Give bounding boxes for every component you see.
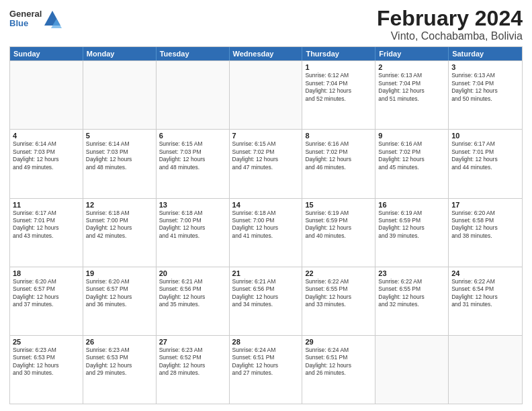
day-info: Sunrise: 6:19 AM Sunset: 6:59 PM Dayligh… bbox=[378, 210, 445, 240]
day-info: Sunrise: 6:22 AM Sunset: 6:55 PM Dayligh… bbox=[305, 278, 372, 309]
day-number: 14 bbox=[232, 201, 300, 209]
day-number: 9 bbox=[378, 132, 445, 140]
day-info: Sunrise: 6:17 AM Sunset: 7:01 PM Dayligh… bbox=[451, 140, 519, 171]
calendar-row-3: 11Sunrise: 6:17 AM Sunset: 7:01 PM Dayli… bbox=[10, 198, 522, 267]
calendar: SundayMondayTuesdayWednesdayThursdayFrid… bbox=[9, 46, 523, 404]
calendar-cell-5: 5Sunrise: 6:14 AM Sunset: 7:03 PM Daylig… bbox=[83, 130, 157, 197]
day-info: Sunrise: 6:22 AM Sunset: 6:55 PM Dayligh… bbox=[378, 278, 445, 309]
day-info: Sunrise: 6:14 AM Sunset: 7:03 PM Dayligh… bbox=[13, 140, 80, 171]
day-info: Sunrise: 6:15 AM Sunset: 7:03 PM Dayligh… bbox=[159, 140, 226, 171]
calendar-cell-15: 15Sunrise: 6:19 AM Sunset: 6:59 PM Dayli… bbox=[302, 199, 375, 267]
calendar-cell-10: 10Sunrise: 6:17 AM Sunset: 7:01 PM Dayli… bbox=[449, 130, 522, 197]
calendar-cell-28: 28Sunrise: 6:24 AM Sunset: 6:51 PM Dayli… bbox=[230, 336, 303, 404]
logo-text: General Blue bbox=[9, 9, 42, 29]
day-number: 19 bbox=[86, 269, 153, 277]
logo-blue: Blue bbox=[9, 19, 42, 28]
day-number: 8 bbox=[305, 132, 372, 140]
calendar-cell-3: 3Sunrise: 6:13 AM Sunset: 7:04 PM Daylig… bbox=[449, 61, 522, 129]
calendar-cell-18: 18Sunrise: 6:20 AM Sunset: 6:57 PM Dayli… bbox=[10, 267, 83, 335]
day-number: 23 bbox=[378, 269, 445, 277]
day-info: Sunrise: 6:18 AM Sunset: 7:00 PM Dayligh… bbox=[159, 210, 226, 240]
day-number: 15 bbox=[305, 201, 372, 209]
calendar-cell-2: 2Sunrise: 6:13 AM Sunset: 7:04 PM Daylig… bbox=[375, 61, 449, 129]
day-info: Sunrise: 6:12 AM Sunset: 7:04 PM Dayligh… bbox=[305, 72, 372, 103]
calendar-cell-29: 29Sunrise: 6:24 AM Sunset: 6:51 PM Dayli… bbox=[302, 336, 375, 404]
day-info: Sunrise: 6:19 AM Sunset: 6:59 PM Dayligh… bbox=[305, 210, 372, 240]
day-info: Sunrise: 6:16 AM Sunset: 7:02 PM Dayligh… bbox=[378, 140, 445, 171]
day-info: Sunrise: 6:20 AM Sunset: 6:57 PM Dayligh… bbox=[86, 278, 153, 309]
calendar-cell-12: 12Sunrise: 6:18 AM Sunset: 7:00 PM Dayli… bbox=[83, 199, 157, 267]
calendar-cell-17: 17Sunrise: 6:20 AM Sunset: 6:58 PM Dayli… bbox=[449, 199, 522, 267]
day-number: 17 bbox=[451, 201, 519, 209]
day-number: 22 bbox=[305, 269, 372, 277]
day-info: Sunrise: 6:14 AM Sunset: 7:03 PM Dayligh… bbox=[86, 140, 153, 171]
day-info: Sunrise: 6:17 AM Sunset: 7:01 PM Dayligh… bbox=[13, 210, 80, 240]
day-number: 12 bbox=[86, 201, 153, 209]
day-info: Sunrise: 6:22 AM Sunset: 6:54 PM Dayligh… bbox=[451, 278, 519, 309]
header-day-thursday: Thursday bbox=[302, 47, 375, 60]
logo: General Blue bbox=[9, 9, 62, 29]
logo-general: General bbox=[9, 9, 42, 19]
day-number: 10 bbox=[451, 132, 519, 140]
day-info: Sunrise: 6:24 AM Sunset: 6:51 PM Dayligh… bbox=[305, 347, 372, 377]
header-day-wednesday: Wednesday bbox=[230, 47, 303, 60]
calendar-row-5: 25Sunrise: 6:23 AM Sunset: 6:53 PM Dayli… bbox=[10, 335, 522, 404]
calendar-cell-1: 1Sunrise: 6:12 AM Sunset: 7:04 PM Daylig… bbox=[302, 61, 375, 129]
calendar-cell-empty bbox=[10, 61, 83, 129]
day-info: Sunrise: 6:21 AM Sunset: 6:56 PM Dayligh… bbox=[159, 278, 226, 309]
day-number: 5 bbox=[86, 132, 153, 140]
day-number: 3 bbox=[451, 63, 519, 71]
calendar-cell-26: 26Sunrise: 6:23 AM Sunset: 6:53 PM Dayli… bbox=[83, 336, 157, 404]
logo-icon bbox=[43, 9, 62, 28]
day-number: 18 bbox=[13, 269, 80, 277]
calendar-cell-11: 11Sunrise: 6:17 AM Sunset: 7:01 PM Dayli… bbox=[10, 199, 83, 267]
calendar-cell-13: 13Sunrise: 6:18 AM Sunset: 7:00 PM Dayli… bbox=[157, 199, 230, 267]
day-info: Sunrise: 6:24 AM Sunset: 6:51 PM Dayligh… bbox=[232, 347, 300, 377]
header-day-saturday: Saturday bbox=[449, 47, 522, 60]
day-number: 27 bbox=[159, 338, 226, 346]
day-info: Sunrise: 6:23 AM Sunset: 6:53 PM Dayligh… bbox=[86, 347, 153, 377]
calendar-cell-16: 16Sunrise: 6:19 AM Sunset: 6:59 PM Dayli… bbox=[375, 199, 449, 267]
day-number: 13 bbox=[159, 201, 226, 209]
calendar-cell-empty bbox=[230, 61, 303, 129]
calendar-cell-23: 23Sunrise: 6:22 AM Sunset: 6:55 PM Dayli… bbox=[375, 267, 449, 335]
calendar-cell-25: 25Sunrise: 6:23 AM Sunset: 6:53 PM Dayli… bbox=[10, 336, 83, 404]
day-number: 6 bbox=[159, 132, 226, 140]
day-info: Sunrise: 6:20 AM Sunset: 6:58 PM Dayligh… bbox=[451, 210, 519, 240]
calendar-cell-empty bbox=[449, 336, 522, 404]
header-day-tuesday: Tuesday bbox=[157, 47, 230, 60]
calendar-row-2: 4Sunrise: 6:14 AM Sunset: 7:03 PM Daylig… bbox=[10, 129, 522, 197]
calendar-cell-6: 6Sunrise: 6:15 AM Sunset: 7:03 PM Daylig… bbox=[157, 130, 230, 197]
calendar-cell-empty bbox=[375, 336, 449, 404]
calendar-cell-7: 7Sunrise: 6:15 AM Sunset: 7:02 PM Daylig… bbox=[230, 130, 303, 197]
calendar-header: SundayMondayTuesdayWednesdayThursdayFrid… bbox=[10, 47, 522, 60]
day-info: Sunrise: 6:13 AM Sunset: 7:04 PM Dayligh… bbox=[378, 72, 445, 103]
calendar-cell-9: 9Sunrise: 6:16 AM Sunset: 7:02 PM Daylig… bbox=[375, 130, 449, 197]
calendar-cell-19: 19Sunrise: 6:20 AM Sunset: 6:57 PM Dayli… bbox=[83, 267, 157, 335]
day-info: Sunrise: 6:21 AM Sunset: 6:56 PM Dayligh… bbox=[232, 278, 300, 309]
day-number: 28 bbox=[232, 338, 300, 346]
header-day-monday: Monday bbox=[83, 47, 157, 60]
day-number: 2 bbox=[378, 63, 445, 71]
calendar-cell-4: 4Sunrise: 6:14 AM Sunset: 7:03 PM Daylig… bbox=[10, 130, 83, 197]
day-info: Sunrise: 6:13 AM Sunset: 7:04 PM Dayligh… bbox=[451, 72, 519, 103]
day-number: 7 bbox=[232, 132, 300, 140]
day-number: 26 bbox=[86, 338, 153, 346]
day-number: 4 bbox=[13, 132, 80, 140]
header-day-sunday: Sunday bbox=[10, 47, 83, 60]
header: General Blue February 2024 Vinto, Cochab… bbox=[9, 7, 523, 42]
calendar-cell-20: 20Sunrise: 6:21 AM Sunset: 6:56 PM Dayli… bbox=[157, 267, 230, 335]
day-info: Sunrise: 6:15 AM Sunset: 7:02 PM Dayligh… bbox=[232, 140, 300, 171]
header-day-friday: Friday bbox=[375, 47, 449, 60]
day-number: 21 bbox=[232, 269, 300, 277]
calendar-body: 1Sunrise: 6:12 AM Sunset: 7:04 PM Daylig… bbox=[10, 60, 522, 404]
day-info: Sunrise: 6:16 AM Sunset: 7:02 PM Dayligh… bbox=[305, 140, 372, 171]
day-info: Sunrise: 6:23 AM Sunset: 6:52 PM Dayligh… bbox=[159, 347, 226, 377]
calendar-cell-empty bbox=[83, 61, 157, 129]
calendar-cell-21: 21Sunrise: 6:21 AM Sunset: 6:56 PM Dayli… bbox=[230, 267, 303, 335]
day-number: 25 bbox=[13, 338, 80, 346]
day-info: Sunrise: 6:18 AM Sunset: 7:00 PM Dayligh… bbox=[86, 210, 153, 240]
day-number: 16 bbox=[378, 201, 445, 209]
calendar-row-1: 1Sunrise: 6:12 AM Sunset: 7:04 PM Daylig… bbox=[10, 60, 522, 129]
day-info: Sunrise: 6:18 AM Sunset: 7:00 PM Dayligh… bbox=[232, 210, 300, 240]
